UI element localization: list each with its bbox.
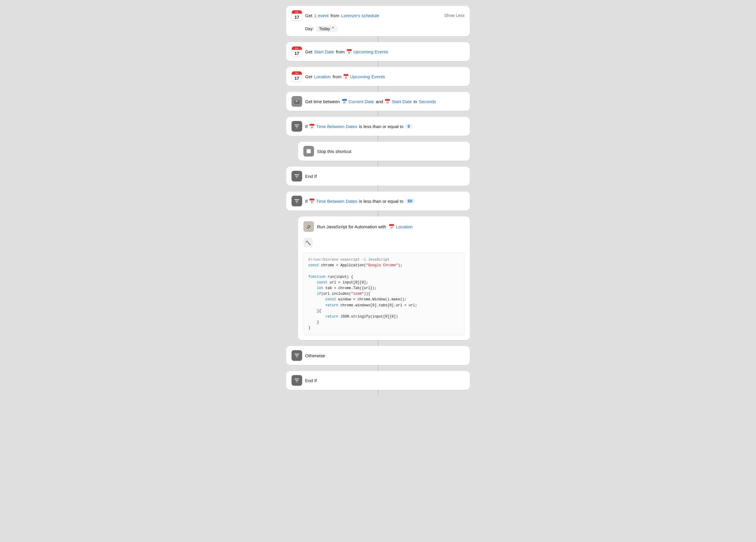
otherwise-icon: [291, 350, 302, 361]
location-cal-icon: 17: [389, 224, 394, 229]
card2-content: Get Start Date from 17 Upcoming Events: [305, 49, 388, 54]
code-line-10: }{: [308, 309, 459, 314]
card3-content: Get Location from 17 Upcoming Events: [305, 74, 385, 79]
time-between-cal-icon-2: 17: [309, 198, 315, 204]
if-icon-1: [291, 121, 302, 132]
connector-7: [378, 185, 378, 191]
code-line-1: #!/usr/bin/env osascript -l JavaScript: [308, 257, 459, 263]
end-if-icon-1: [291, 171, 302, 181]
svg-rect-3: [296, 102, 297, 102]
if-label-2: If: [305, 199, 307, 204]
date1-label[interactable]: Current Date: [349, 99, 374, 104]
card-run-javascript: Run JavaScript for Automation with 17 Lo…: [298, 216, 470, 340]
date2-label[interactable]: Start Date: [392, 99, 412, 104]
get-label-2: Get: [305, 49, 312, 54]
and-label: and: [376, 99, 383, 104]
code-line-4: function run(input) {: [308, 274, 459, 280]
card5-content: If 17 Time Between Dates is less than or…: [305, 124, 412, 129]
workflow-container: JUL 17 Get 1 event from Lorenze's schedu…: [286, 6, 470, 536]
source-cal-icon-2: 17: [347, 49, 352, 54]
card-end-if-2: End If: [286, 371, 470, 390]
card-get-location: JUL 17 Get Location from 17 Upcoming Eve…: [286, 67, 470, 86]
connector-10: [378, 365, 378, 371]
source-label-2[interactable]: Upcoming Events: [353, 49, 388, 54]
show-less-button[interactable]: Show Less: [444, 13, 465, 18]
from-label-1: from: [330, 13, 339, 18]
calendar-icon-3: JUL 17: [291, 71, 302, 82]
card6-content: Stop this shortcut: [317, 149, 351, 154]
day-select[interactable]: Today ⌃: [316, 25, 338, 32]
connector-3: [378, 86, 378, 92]
cal-month-2: JUL: [292, 47, 302, 50]
stop-label: Stop this shortcut: [317, 149, 351, 154]
time-between-badge-2: 17 Time Between Dates: [309, 198, 357, 204]
connector-9: [378, 340, 378, 346]
run-js-label: Run JavaScript for Automation with: [317, 224, 386, 229]
card-stop: Stop this shortcut: [298, 142, 470, 161]
time-between-cal-icon-1: 17: [309, 124, 315, 129]
card11-content: End If: [305, 378, 317, 383]
source-badge-3: 17 Upcoming Events: [343, 74, 385, 79]
value-badge-1[interactable]: 0: [405, 124, 412, 129]
from-label-3: from: [333, 74, 342, 79]
code-line-13: }: [308, 325, 459, 331]
card10-content: Otherwise: [305, 353, 325, 358]
card-get-time-between: Get time between 17 Current Date and 17 …: [286, 92, 470, 111]
unit-label[interactable]: Seconds: [419, 99, 436, 104]
connector-4: [378, 111, 378, 117]
count-label[interactable]: 1 event: [314, 13, 329, 18]
value-badge-2[interactable]: 60: [405, 198, 415, 204]
card-get-event: JUL 17 Get 1 event from Lorenze's schedu…: [286, 6, 470, 36]
connector-1: [378, 36, 378, 42]
code-line-5: const url = input[0][0];: [308, 280, 459, 286]
source-label-3[interactable]: Upcoming Events: [350, 74, 385, 79]
calendar-icon-2: JUL 17: [291, 46, 302, 57]
cal-month-3: JUL: [292, 71, 302, 75]
code-line-6: let tab = chrome.Tab({url});: [308, 286, 459, 291]
card-if-60: If 17 Time Between Dates is less than or…: [286, 191, 470, 210]
end-if-label-2: End If: [305, 378, 317, 383]
cal-day-3: 17: [292, 75, 302, 81]
field-label-2[interactable]: Start Date: [314, 49, 334, 54]
condition-label-2: is less than or equal to: [359, 199, 403, 204]
field-label-3[interactable]: Location: [314, 74, 331, 79]
card-if-0: If 17 Time Between Dates is less than or…: [286, 117, 470, 136]
connector-2: [378, 61, 378, 67]
code-line-3: [308, 268, 459, 274]
end-if-icon-2: [291, 375, 302, 386]
var-label-1[interactable]: Time Between Dates: [316, 124, 357, 129]
var-label-2[interactable]: Time Between Dates: [316, 199, 357, 204]
stop-inner: [307, 149, 311, 153]
source-label-1[interactable]: Lorenze's schedule: [341, 13, 379, 18]
js-var-label[interactable]: Location: [396, 224, 413, 229]
hammer-button[interactable]: 🔨: [303, 238, 313, 247]
code-line-2: const chrome = Application("Google Chrom…: [308, 263, 459, 268]
code-block: #!/usr/bin/env osascript -l JavaScript c…: [303, 252, 465, 335]
connector-11: [378, 390, 378, 396]
svg-rect-1: [294, 99, 299, 100]
connector-8: [378, 210, 378, 216]
cal-day-1: 17: [292, 14, 302, 20]
in-label: in: [414, 99, 417, 104]
source-cal-icon-3: 17: [343, 74, 349, 79]
current-date-cal-icon: 17: [342, 99, 347, 104]
code-line-8: const window = chrome.Window().make();: [308, 297, 459, 303]
day-chevron: ⌃: [331, 26, 335, 31]
code-line-9: return chrome.windows[0].tabs[0].url = u…: [308, 303, 459, 309]
card8-content: If 17 Time Between Dates is less than or…: [305, 198, 415, 204]
current-date-badge: 17 Current Date: [342, 99, 374, 104]
connector-5: [378, 136, 378, 142]
otherwise-label: Otherwise: [305, 353, 325, 358]
js-header: Run JavaScript for Automation with 17 Lo…: [303, 221, 413, 232]
from-label-2: from: [336, 49, 345, 54]
day-label: Day:: [305, 26, 314, 31]
day-row: Day: Today ⌃: [305, 25, 338, 32]
stop-icon: [303, 146, 314, 156]
time-between-badge-1: 17 Time Between Dates: [309, 124, 357, 129]
get-label-3: Get: [305, 74, 312, 79]
get-label-1: Get: [305, 13, 312, 18]
cal-month-1: JUL: [292, 10, 302, 14]
day-value: Today: [319, 26, 330, 31]
code-line-11: return JSON.stringify(input[0][0]): [308, 314, 459, 320]
svg-rect-2: [296, 101, 298, 101]
